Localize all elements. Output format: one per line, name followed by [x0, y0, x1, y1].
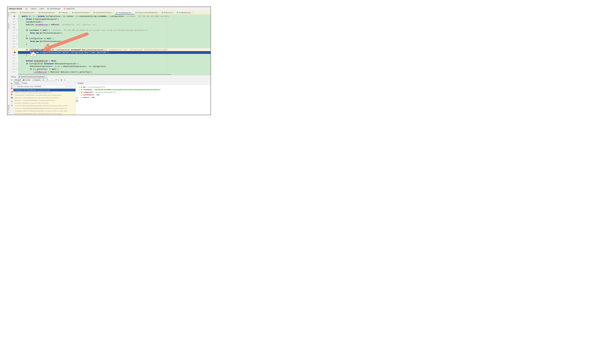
code-line[interactable]: 120: [10, 57, 210, 60]
stack-frame[interactable]: invoke:321, FilterChainBuilder$CopyOfFil…: [13, 104, 76, 107]
sidebar-item-structure[interactable]: 7: Structure: [8, 23, 9, 30]
pause-button[interactable]: [11, 85, 12, 87]
sidebar-item-favorites[interactable]: 2: Favorites: [8, 104, 9, 111]
code-line[interactable]: 119 }: [10, 54, 210, 57]
tab-threads[interactable]: Threads: [21, 82, 28, 85]
code-line[interactable]: 107 checkNotClosed();: [10, 21, 210, 23]
close-icon[interactable]: ✕: [35, 12, 36, 13]
favorites-star-icon[interactable]: ★: [8, 112, 10, 114]
close-icon[interactable]: ✕: [132, 12, 133, 13]
next-frame-arrow-icon[interactable]: ↓: [70, 86, 71, 88]
evaluate-expression-button[interactable]: ⊞: [61, 79, 62, 81]
code-line[interactable]: 122 if (configuration instanceof Redisso…: [10, 62, 210, 65]
code-line[interactable]: 105↑ public <K, V, C extends Configurati…: [10, 15, 210, 18]
variable-row[interactable]: ▶pconfiguration={MutableConfiguration@72…: [78, 91, 210, 94]
gear-icon[interactable]: ⚙: [11, 101, 13, 102]
stack-frame[interactable]: invoke:193, FilterChainBuilder$CallbackR…: [13, 107, 76, 110]
close-icon[interactable]: ✕: [55, 12, 56, 13]
fold-icon[interactable]: [16, 18, 18, 20]
variable-row[interactable]: cacheRedisson=null: [78, 94, 210, 96]
variable-row[interactable]: ooredisson=null: [78, 96, 210, 99]
close-icon[interactable]: ✕: [192, 12, 193, 13]
variable-row[interactable]: ▶pcacheName="192.168.100.183:28080.com.h…: [78, 89, 210, 91]
fold-icon[interactable]: [16, 38, 18, 39]
stack-frame[interactable]: <init>:67, JCache(org.apache.dubbo.cache…: [13, 91, 76, 94]
stack-frame[interactable]: getCache:74, AbstractCacheFactory(org.ap…: [13, 97, 76, 99]
close-icon[interactable]: ✕: [17, 12, 18, 13]
breadcrumb-item[interactable]: org: [25, 8, 27, 10]
previous-frame-arrow-icon[interactable]: ↑: [68, 86, 69, 88]
thread-selector[interactable]: ✔ "main"@1 in group "main": RUNNING ▼: [14, 85, 67, 88]
code-line[interactable]: 114 throw new NullPointerException();: [10, 40, 210, 43]
code-line[interactable]: 108 Redisson cacheRedisson = redisson; c…: [10, 23, 210, 26]
stack-frame[interactable]: getCache:-1, CacheFactory$Adaptive(org.a…: [13, 99, 76, 102]
minus-icon[interactable]: −: [77, 89, 77, 91]
resume-button[interactable]: ▶: [11, 83, 13, 84]
debug-session-tab[interactable]: Dubbo07CacheConsumerApplication ✕: [18, 75, 48, 78]
fold-icon[interactable]: [16, 63, 18, 64]
editor-tab[interactable]: CClusterConnectionManager.java✕: [134, 11, 161, 14]
run-to-cursor-button[interactable]: ↘I: [57, 79, 59, 81]
code-line[interactable]: 121 boolean hasOwnRedisson = false;: [10, 60, 210, 62]
code-line[interactable]: 113 if (configuration == null) {: [10, 37, 210, 40]
editor-tab[interactable]: CClusterServersConfig.java✕: [92, 11, 115, 14]
force-step-into-button[interactable]: ↓: [51, 79, 53, 81]
code-editor[interactable]: 105↑ public <K, V, C extends Configurati…: [10, 14, 210, 75]
pin-icon[interactable]: [11, 105, 12, 106]
editor-tab[interactable]: CRedisson.java✕: [161, 11, 176, 14]
breadcrumb-item[interactable]: redisson-3.18.0.jar: [9, 8, 22, 10]
fold-icon[interactable]: [16, 49, 18, 50]
scroll-down-icon[interactable]: ▼: [77, 95, 78, 96]
code-line[interactable]: 115 }: [10, 43, 210, 46]
fold-icon[interactable]: [16, 44, 18, 45]
layout-icon[interactable]: [42, 79, 44, 80]
tab-console[interactable]: ›Console: [22, 78, 31, 82]
editor-tab[interactable]: CSingleServerConfig.java✕: [71, 11, 92, 14]
editor-tab[interactable]: CConfig.java✕: [58, 11, 71, 14]
step-out-button[interactable]: ↑: [53, 79, 55, 81]
close-icon[interactable]: ✕: [158, 12, 159, 13]
step-into-button[interactable]: ↓: [48, 79, 51, 81]
stack-frame[interactable]: createCache:45, JCacheFactory(org.apache…: [13, 94, 76, 97]
editor-tab[interactable]: CJCacheManager.java✕: [115, 11, 134, 14]
editor-tab[interactable]: che.java✕: [10, 11, 19, 14]
fold-icon[interactable]: [16, 30, 18, 31]
watches-toggle-icon[interactable]: oo: [76, 100, 78, 102]
close-icon[interactable]: ✕: [69, 12, 70, 13]
stack-frames-list[interactable]: createCache:118, JCacheManager(org.redis…: [13, 89, 76, 115]
view-breakpoints-button[interactable]: [11, 91, 12, 92]
code-line[interactable]: 116: [10, 46, 210, 48]
horizontal-scrollbar[interactable]: [18, 74, 171, 75]
close-icon[interactable]: ✕: [46, 76, 47, 77]
sidebar-item-project[interactable]: 1: Project: [8, 12, 9, 18]
breadcrumb-item[interactable]: jcache: [39, 8, 44, 10]
expand-arrow-icon[interactable]: ▶: [79, 91, 80, 94]
step-over-button[interactable]: ↷: [46, 79, 48, 81]
code-line[interactable]: 125 cacheRedisson = (Redisson) Redisson.…: [10, 71, 210, 73]
add-icon[interactable]: +: [77, 86, 77, 88]
tab-debugger[interactable]: Debugger: [13, 78, 22, 82]
drop-frame-button[interactable]: ✗: [55, 79, 57, 81]
copy-icon[interactable]: [76, 97, 78, 99]
code-line[interactable]: 117 if (cacheRedisson == null && !(confi…: [10, 48, 210, 51]
restore-layout-icon[interactable]: [64, 79, 65, 80]
scroll-up-icon[interactable]: ▲: [77, 92, 78, 93]
tab-endpoints[interactable]: ψEndpoints: [31, 78, 41, 82]
code-line[interactable]: 106 throws IllegalArgumentException {: [10, 18, 210, 21]
variable-row[interactable]: ▶this={JCacheManager@7254}: [78, 86, 210, 89]
editor-tab[interactable]: CConfigSupport.java✕: [176, 11, 194, 14]
code-line[interactable]: 110 if (cacheName == null) { cacheName: …: [10, 29, 210, 32]
editor-tab[interactable]: CJCachingProvider.java✕: [37, 11, 58, 14]
mute-breakpoints-button[interactable]: [11, 94, 13, 95]
variables-tree[interactable]: ▶this={JCacheManager@7254}▶pcacheName="1…: [78, 86, 210, 115]
code-line[interactable]: 112 }: [10, 34, 210, 37]
stack-frame[interactable]: invoke:95, CacheFilter(org.apache.dubbo.…: [13, 102, 76, 104]
code-line[interactable]: 109: [10, 26, 210, 29]
close-icon[interactable]: ✕: [173, 12, 174, 13]
breadcrumb-item[interactable]: CJCacheManager: [47, 8, 61, 10]
code-line[interactable]: 124 if (rc.getConfig() != null) {: [10, 68, 210, 71]
expand-arrow-icon[interactable]: ▶: [79, 86, 80, 89]
thread-dump-camera-icon[interactable]: [11, 97, 13, 99]
override-marker-icon[interactable]: [14, 16, 15, 17]
expand-arrow-icon[interactable]: ▶: [79, 89, 80, 91]
